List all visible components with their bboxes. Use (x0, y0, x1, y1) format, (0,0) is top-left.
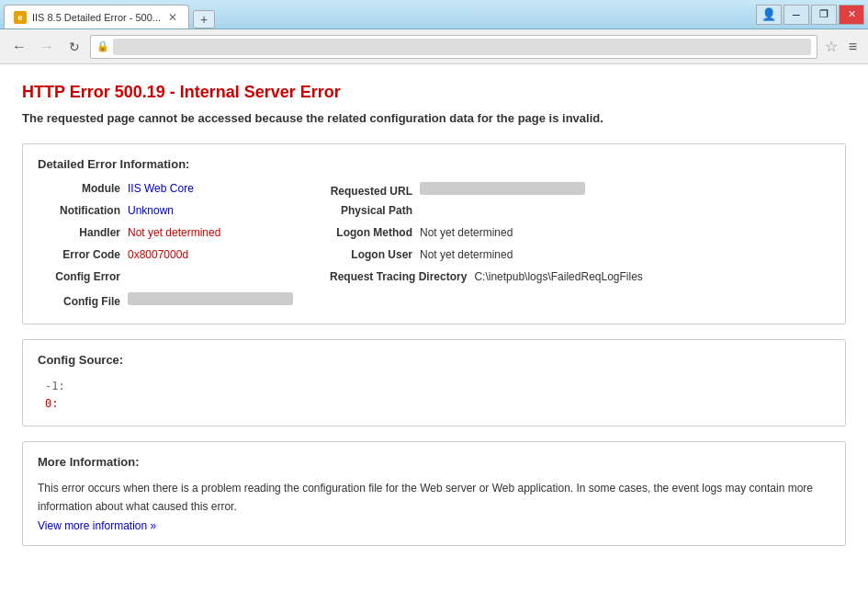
tab-close-button[interactable]: ✕ (166, 11, 179, 24)
menu-button[interactable]: ≡ (845, 39, 861, 55)
label-logon-user: Logon User (330, 248, 412, 261)
label-handler: Handler (38, 226, 120, 239)
close-button[interactable]: ✕ (839, 5, 864, 25)
tab-favicon: e (14, 11, 27, 24)
label-logon-method: Logon Method (330, 226, 412, 239)
more-info-body: This error occurs when there is a proble… (38, 480, 830, 515)
restore-button[interactable]: ❐ (811, 5, 837, 25)
error-description: The requested page cannot be accessed be… (22, 111, 846, 125)
more-info-box: More Information: This error occurs when… (22, 441, 846, 545)
detail-right-col: Requested URL Physical Path Logon Method… (330, 182, 643, 311)
value-error-code: 0x8007000d (128, 248, 188, 261)
detail-row-error-code: Error Code 0x8007000d (38, 248, 293, 267)
detail-row-config-error: Config Error (38, 270, 293, 289)
config-lines: -1: 0: (38, 378, 830, 413)
back-button[interactable]: ← (7, 35, 31, 59)
label-physical-path: Physical Path (330, 204, 412, 217)
navigation-bar: ← → ↻ 🔒 ☆ ≡ (0, 29, 868, 64)
detail-error-box: Detailed Error Information: Module IIS W… (22, 143, 846, 324)
detail-row-logon-method: Logon Method Not yet determined (330, 226, 643, 245)
address-text[interactable] (113, 39, 811, 55)
value-logon-method: Not yet determined (420, 226, 513, 239)
refresh-button[interactable]: ↻ (62, 35, 86, 59)
detail-section-title: Detailed Error Information: (38, 157, 830, 171)
value-request-tracing: C:\inetpub\logs\FailedReqLogFiles (474, 270, 642, 283)
detail-grid: Module IIS Web Core Notification Unknown… (38, 182, 830, 311)
detail-row-notification: Notification Unknown (38, 204, 293, 222)
label-config-file: Config File (38, 295, 120, 308)
more-info-text-content: This error occurs when there is a proble… (38, 482, 813, 512)
value-notification: Unknown (128, 204, 174, 217)
value-config-file (128, 292, 293, 305)
view-more-link[interactable]: View more information » (38, 519, 830, 532)
browser-window: e IIS 8.5 Detailed Error - 500... ✕ + 👤 … (0, 0, 868, 603)
value-requested-url (420, 182, 585, 195)
config-source-box: Config Source: -1: 0: (22, 339, 846, 427)
more-info-title: More Information: (38, 455, 830, 469)
new-tab-button[interactable]: + (193, 10, 215, 28)
tab-title: IIS 8.5 Detailed Error - 500... (32, 12, 161, 23)
label-request-tracing: Request Tracing Directory (330, 270, 467, 283)
minimize-button[interactable]: ─ (783, 5, 809, 25)
value-logon-user: Not yet determined (420, 248, 513, 261)
label-notification: Notification (38, 204, 120, 217)
page-content: HTTP Error 500.19 - Internal Server Erro… (0, 64, 868, 603)
value-handler: Not yet determined (128, 226, 220, 239)
detail-left-col: Module IIS Web Core Notification Unknown… (38, 182, 293, 311)
detail-row-request-tracing: Request Tracing Directory C:\inetpub\log… (330, 270, 643, 289)
value-module: IIS Web Core (128, 182, 194, 195)
config-source-title: Config Source: (38, 353, 830, 367)
address-lock-icon: 🔒 (96, 40, 109, 52)
title-bar: e IIS 8.5 Detailed Error - 500... ✕ + 👤 … (0, 0, 868, 29)
detail-row-handler: Handler Not yet determined (38, 226, 293, 245)
window-controls: 👤 ─ ❐ ✕ (756, 5, 864, 25)
forward-button[interactable]: → (35, 35, 59, 59)
detail-row-config-file: Config File (38, 292, 293, 311)
detail-row-physical-path: Physical Path (330, 204, 643, 222)
config-line-minus1: -1: (45, 378, 830, 395)
label-requested-url: Requested URL (330, 185, 412, 198)
detail-row-logon-user: Logon User Not yet determined (330, 248, 643, 267)
detail-row-requested-url: Requested URL (330, 182, 643, 200)
address-bar[interactable]: 🔒 (90, 35, 817, 59)
config-line-0: 0: (45, 395, 830, 413)
label-config-error: Config Error (38, 270, 120, 283)
error-title: HTTP Error 500.19 - Internal Server Erro… (22, 83, 846, 102)
user-button[interactable]: 👤 (756, 5, 782, 25)
label-error-code: Error Code (38, 248, 120, 261)
bookmark-button[interactable]: ☆ (821, 38, 841, 55)
detail-row-module: Module IIS Web Core (38, 182, 293, 200)
label-module: Module (38, 182, 120, 195)
browser-tab[interactable]: e IIS 8.5 Detailed Error - 500... ✕ (4, 5, 189, 28)
tab-bar: e IIS 8.5 Detailed Error - 500... ✕ + (4, 0, 749, 28)
